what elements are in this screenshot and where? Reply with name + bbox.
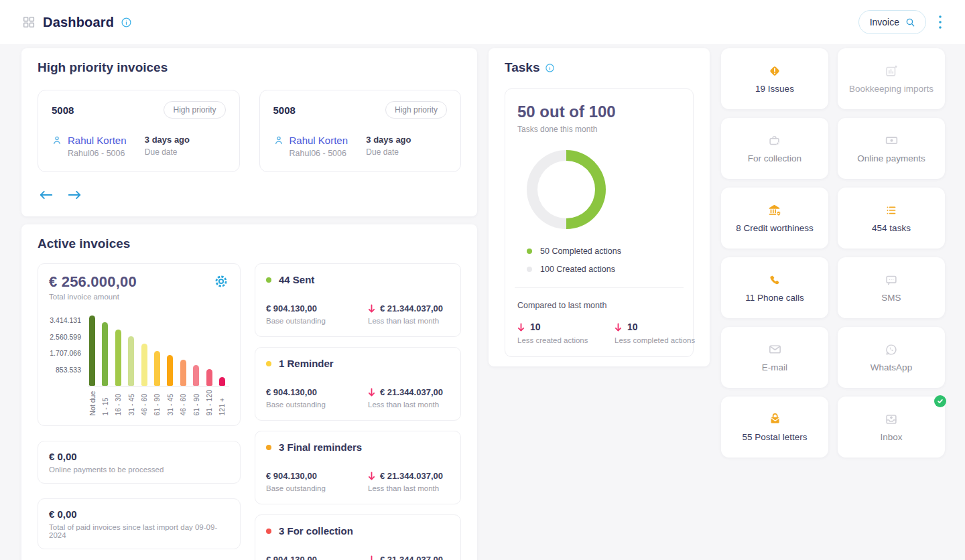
tile-label: 11 Phone calls xyxy=(745,293,804,304)
tile-label: WhatsApp xyxy=(871,362,912,374)
paid-invoices-box[interactable]: € 0,00 Total of paid invoices since last… xyxy=(38,498,241,549)
tile-sms[interactable]: SMS xyxy=(838,257,945,318)
contact-link[interactable]: Rahul Korten xyxy=(68,135,127,146)
invoice-search-button[interactable]: Invoice xyxy=(858,10,926,34)
due-value: 3 days ago xyxy=(366,135,447,145)
tasks-headline: 50 out of 100 xyxy=(517,102,681,121)
invoice-number: 5008 xyxy=(52,104,74,116)
trend-down-icon xyxy=(517,323,525,332)
postal-bag-icon xyxy=(767,411,783,427)
whatsapp-icon xyxy=(884,342,899,358)
tile-online-payments[interactable]: Online payments xyxy=(838,118,945,179)
delta-amount: € 21.344.037,00 xyxy=(380,387,443,397)
compare-label: Less created actions xyxy=(517,336,615,344)
tile-phone-calls[interactable]: 11 Phone calls xyxy=(721,257,828,318)
bar-chart-x-axis: Not due1 - 1516 - 3031 - 4546 - 6061 - 9… xyxy=(88,387,229,416)
tile-label: 8 Credit worthiness xyxy=(736,223,814,234)
invoice-card[interactable]: 5008 High priority Rahul Korten xyxy=(38,90,240,172)
tile-inbox[interactable]: Inbox xyxy=(838,397,945,458)
chat-bubble-icon xyxy=(884,272,899,288)
page-title: Dashboard xyxy=(43,15,114,30)
tile-label: 454 tasks xyxy=(872,223,911,234)
tile-postal-letters[interactable]: 55 Postal letters xyxy=(721,397,828,458)
bank-shield-icon xyxy=(767,202,783,218)
inbox-icon xyxy=(884,411,899,427)
tile-credit-worthiness[interactable]: 8 Credit worthiness xyxy=(721,188,828,249)
paid-invoices-label: Total of paid invoices since last import… xyxy=(49,523,229,539)
info-icon[interactable] xyxy=(545,63,555,73)
tile-whatsapp[interactable]: WhatsApp xyxy=(838,327,945,388)
tasks-summary-box: 50 out of 100 Tasks done this month 50 C… xyxy=(505,88,694,357)
delta-amount: € 21.344.037,00 xyxy=(380,555,443,560)
info-icon[interactable] xyxy=(121,17,132,28)
tile-label: E-mail xyxy=(762,362,787,374)
bar-121 + xyxy=(219,377,225,386)
invoice-card[interactable]: 5008 High priority Rahul Korten xyxy=(259,90,462,172)
x-tick-label: 46 - 60 xyxy=(180,390,186,416)
total-invoice-amount: € 256.000,00 xyxy=(49,273,137,291)
bar-1 - 15 xyxy=(102,322,108,386)
tile-issues[interactable]: 19 Issues xyxy=(721,48,828,109)
tile-label: 55 Postal letters xyxy=(743,432,808,443)
contact-link[interactable]: Rahul Korten xyxy=(290,135,348,146)
x-tick-label: 91 - 120 xyxy=(206,390,212,416)
y-tick-label: 853.533 xyxy=(56,366,81,374)
tile-label: For collection xyxy=(748,153,801,165)
trend-down-icon xyxy=(615,323,622,332)
tile-label: Online payments xyxy=(857,153,925,165)
tile-for-collection[interactable]: For collection xyxy=(721,118,828,179)
search-icon xyxy=(905,17,916,28)
bar-Not due xyxy=(89,316,95,386)
divider xyxy=(515,287,684,288)
delta-amount: € 21.344.037,00 xyxy=(380,303,443,313)
tile-email[interactable]: E-mail xyxy=(721,327,828,388)
base-outstanding-label: Base outstanding xyxy=(266,401,368,409)
carousel-next-arrow-icon[interactable] xyxy=(66,188,83,202)
bar-91 - 120 xyxy=(206,369,212,386)
person-icon xyxy=(273,135,284,158)
y-tick-label: 2.560.599 xyxy=(50,333,81,341)
x-tick-label: 61 - 90 xyxy=(154,390,160,416)
gear-icon[interactable] xyxy=(213,273,229,289)
aging-bar-chart: 3.414.1312.560.5991.707.066853.533 Not d… xyxy=(49,311,229,416)
x-tick-label: 46 - 60 xyxy=(141,390,147,416)
x-tick-label: 121 + xyxy=(219,390,225,416)
status-title: 44 Sent xyxy=(279,274,314,285)
status-card-reminder[interactable]: 1 Reminder € 904.130,00 Base outstanding… xyxy=(255,347,461,421)
paid-invoices-amount: € 0,00 xyxy=(49,508,229,520)
status-dot xyxy=(266,529,271,534)
base-outstanding-amount: € 904.130,00 xyxy=(266,303,317,313)
status-card-for-collection[interactable]: 3 For collection € 904.130,00 Base outst… xyxy=(255,514,461,560)
apps-grid-icon[interactable] xyxy=(21,15,36,29)
legend-label: 100 Created actions xyxy=(540,265,615,274)
legend-item-created: 100 Created actions xyxy=(527,265,681,274)
compare-value: 10 xyxy=(627,322,638,332)
delta-label: Less than last month xyxy=(368,484,450,492)
contact-ref: Rahul06 - 5006 xyxy=(68,149,127,158)
compare-value: 10 xyxy=(530,322,541,332)
delta-amount: € 21.344.037,00 xyxy=(380,471,443,481)
tile-label: 19 Issues xyxy=(755,84,794,95)
tile-tasks[interactable]: 454 tasks xyxy=(838,188,945,249)
base-outstanding-amount: € 904.130,00 xyxy=(266,387,317,397)
delta-label: Less than last month xyxy=(368,317,450,325)
due-label: Due date xyxy=(366,147,447,157)
high-priority-title: High priority invoices xyxy=(38,60,461,75)
legend-label: 50 Completed actions xyxy=(540,247,621,256)
base-outstanding-label: Base outstanding xyxy=(266,317,368,325)
tasks-card: Tasks 50 out of 100 Tasks done this mont… xyxy=(489,48,710,366)
contact-ref: Rahul06 - 5006 xyxy=(290,149,348,158)
status-card-final-reminders[interactable]: 3 Final reminders € 904.130,00 Base outs… xyxy=(255,431,461,504)
phone-icon xyxy=(767,272,782,288)
carousel-prev-arrow-icon[interactable] xyxy=(38,188,55,202)
x-tick-label: Not due xyxy=(89,390,95,416)
status-card-sent[interactable]: 44 Sent € 904.130,00 Base outstanding € … xyxy=(255,263,461,337)
warning-diamond-icon xyxy=(767,63,783,79)
x-tick-label: 16 - 30 xyxy=(115,390,121,416)
base-outstanding-amount: € 904.130,00 xyxy=(266,471,317,481)
tile-bookkeeping-imports[interactable]: Bookkeeping imports xyxy=(838,48,945,109)
invoice-number: 5008 xyxy=(273,104,296,116)
tile-label: Bookkeeping imports xyxy=(849,84,934,95)
kebab-menu-icon[interactable] xyxy=(936,12,945,32)
online-payments-box[interactable]: € 0,00 Online payments to be processed xyxy=(38,441,241,484)
